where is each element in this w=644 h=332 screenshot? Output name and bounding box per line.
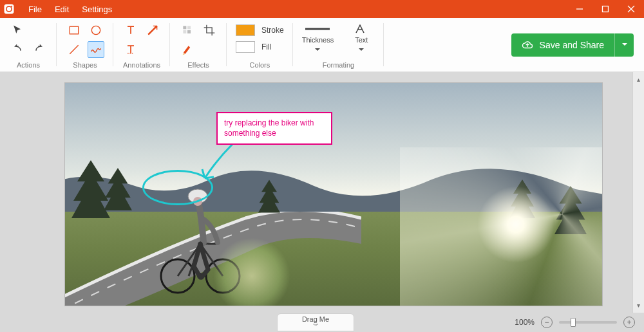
edited-image[interactable]: try replacing the biker with something e…: [64, 82, 603, 306]
status-bar: Drag Me ︾ 100% − +: [0, 313, 644, 332]
window-controls: [567, 0, 644, 18]
chevron-down-icon: [359, 48, 364, 53]
workspace: try replacing the biker with something e…: [0, 72, 644, 313]
svg-point-2: [11, 6, 12, 7]
svg-line-8: [70, 45, 78, 53]
menu-bar: File Edit Settings: [18, 5, 116, 14]
redo-button[interactable]: [31, 41, 48, 58]
save-and-share-button[interactable]: Save and Share: [511, 33, 634, 57]
svg-rect-0: [5, 5, 14, 14]
blur-tool[interactable]: [179, 22, 196, 39]
menu-settings[interactable]: Settings: [78, 5, 116, 14]
shape-rectangle[interactable]: [66, 22, 82, 39]
group-actions: Actions: [0, 18, 57, 71]
zoom-controls: 100% − +: [515, 317, 644, 328]
group-colors: Stroke Fill Colors: [227, 18, 293, 71]
highlighter-tool[interactable]: [179, 41, 196, 58]
minimize-button[interactable]: [567, 0, 592, 18]
group-label-annotations: Annotations: [113, 61, 170, 69]
fill-color-swatch[interactable]: [236, 41, 255, 53]
svg-rect-14: [187, 30, 191, 33]
annotation-arrow[interactable]: [197, 141, 236, 186]
stroke-label: Stroke: [261, 26, 284, 35]
shape-line[interactable]: [66, 41, 82, 58]
chevron-double-down-icon: ︾: [313, 323, 318, 329]
group-label-shapes: Shapes: [57, 61, 113, 69]
svg-rect-13: [183, 30, 186, 33]
zoom-in-button[interactable]: +: [623, 317, 635, 328]
group-shapes: Shapes: [57, 18, 113, 71]
text-format-label: Text: [355, 36, 368, 44]
ribbon: Actions Shapes Annotations Effects: [0, 18, 644, 72]
group-label-colors: Colors: [227, 61, 293, 69]
text-tool[interactable]: [122, 22, 139, 39]
svg-rect-4: [603, 6, 609, 12]
svg-point-9: [91, 26, 100, 34]
vertical-scrollbar[interactable]: ▴ ▾: [632, 72, 644, 313]
app-logo: [0, 0, 18, 18]
shape-curve[interactable]: [88, 41, 104, 58]
annotation-text: try replacing the biker with something e…: [224, 118, 314, 138]
group-annotations: Annotations: [113, 18, 170, 71]
shape-ellipse[interactable]: [88, 22, 104, 39]
group-formatting: Thickness Text Formating: [293, 18, 384, 71]
chevron-down-icon: [622, 43, 627, 48]
svg-rect-12: [187, 26, 191, 29]
undo-button[interactable]: [9, 41, 26, 58]
save-dropdown[interactable]: [614, 33, 634, 57]
zoom-out-button[interactable]: −: [541, 317, 553, 328]
save-button-label: Save and Share: [540, 40, 604, 50]
scroll-down-icon[interactable]: ▾: [637, 302, 640, 309]
group-label-effects: Effects: [170, 61, 227, 69]
title-bar: File Edit Settings: [0, 0, 644, 18]
fill-label: Fill: [261, 42, 271, 51]
canvas[interactable]: try replacing the biker with something e…: [0, 72, 632, 313]
menu-file[interactable]: File: [24, 5, 46, 14]
thickness-dropdown[interactable]: Thickness: [302, 24, 334, 53]
group-label-formatting: Formating: [293, 61, 384, 69]
annotation-text-box[interactable]: try replacing the biker with something e…: [216, 112, 332, 145]
maximize-button[interactable]: [592, 0, 618, 18]
text-format-dropdown[interactable]: Text: [348, 24, 375, 53]
group-effects: Effects: [170, 18, 227, 71]
arrow-tool[interactable]: [144, 22, 161, 39]
close-button[interactable]: [618, 0, 644, 18]
drag-handle[interactable]: Drag Me ︾: [277, 313, 354, 331]
zoom-slider[interactable]: [559, 321, 617, 324]
svg-rect-7: [70, 26, 78, 34]
menu-edit[interactable]: Edit: [51, 5, 73, 14]
crop-tool[interactable]: [201, 22, 218, 39]
scroll-up-icon[interactable]: ▴: [637, 76, 640, 83]
text-box-tool[interactable]: [122, 41, 139, 58]
thickness-label: Thickness: [302, 36, 334, 44]
zoom-slider-thumb[interactable]: [571, 318, 576, 327]
pointer-tool[interactable]: [9, 22, 26, 39]
svg-rect-11: [183, 26, 186, 29]
chevron-down-icon: [315, 48, 320, 53]
cloud-upload-icon: [522, 39, 533, 51]
stroke-color-swatch[interactable]: [236, 24, 255, 36]
zoom-level: 100%: [515, 318, 535, 327]
group-label-actions: Actions: [0, 61, 57, 69]
